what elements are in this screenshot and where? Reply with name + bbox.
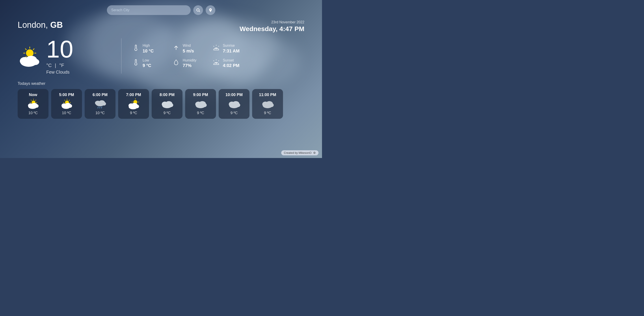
date-block: 23rd November 2022 Wednesday, 4:47 PM — [240, 20, 304, 32]
hour-card-7pm: 7:00 PM — [118, 89, 149, 119]
svg-point-81 — [269, 103, 274, 107]
stat-humidity: Humidity 77% — [172, 58, 200, 68]
search-button[interactable] — [193, 5, 203, 15]
hour-icon-6pm — [94, 100, 106, 109]
svg-line-6 — [25, 49, 26, 50]
hour-icon-now — [27, 100, 39, 109]
svg-line-1 — [199, 11, 200, 12]
svg-line-32 — [36, 100, 36, 100]
hour-icon-10pm — [228, 100, 240, 109]
hour-card-6pm: 6:00 PM 10 ºC — [85, 89, 116, 119]
location-button[interactable] — [206, 5, 215, 15]
svg-line-31 — [31, 100, 32, 100]
info-row: London, GB 23rd November 2022 Wednesday,… — [18, 20, 304, 32]
weather-icon-temp: 10 °C | °F Few Clouds — [18, 37, 110, 75]
svg-point-38 — [34, 104, 38, 108]
city-name: London, GB — [18, 20, 63, 30]
hour-icon-9pm — [195, 100, 206, 109]
svg-line-7 — [33, 49, 34, 50]
hour-card-8pm: 8:00 PM 9 ºC — [152, 89, 182, 119]
svg-point-10 — [26, 49, 34, 57]
svg-line-25 — [218, 60, 219, 61]
svg-point-73 — [202, 103, 207, 107]
hour-icon-11pm — [262, 100, 273, 109]
hour-icon-5pm — [61, 100, 72, 109]
svg-point-77 — [236, 103, 240, 107]
sunrise-icon — [213, 45, 220, 52]
date-top: 23rd November 2022 — [240, 20, 304, 24]
today-section: Todays weather Now — [18, 81, 304, 119]
svg-line-19 — [214, 46, 214, 46]
svg-point-53 — [102, 102, 106, 106]
humidity-icon — [172, 59, 180, 67]
svg-line-56 — [102, 107, 102, 108]
svg-point-65 — [135, 105, 139, 108]
stats-grid: High 10 °C Wind 5 m/s — [132, 44, 240, 68]
svg-line-20 — [218, 46, 219, 46]
thermometer-low-icon — [132, 59, 140, 67]
svg-line-54 — [98, 107, 98, 108]
hourly-row: Now — [18, 89, 304, 119]
weather-main: 10 °C | °F Few Clouds High — [18, 37, 304, 75]
stat-wind: Wind 5 m/s — [172, 44, 200, 54]
hour-card-now: Now — [18, 89, 48, 119]
svg-line-44 — [64, 100, 65, 100]
thermometer-high-icon — [132, 45, 140, 52]
temp-units: °C | °F — [46, 62, 73, 68]
stat-low: Low 9 °C — [132, 58, 159, 68]
hour-card-11pm: 11:00 PM 9 ºC — [252, 89, 283, 119]
svg-point-49 — [68, 104, 72, 108]
stat-sunset: Sunset 4:02 PM — [213, 58, 240, 68]
svg-point-69 — [169, 103, 173, 107]
weather-description: Few Clouds — [46, 70, 73, 75]
svg-line-55 — [100, 107, 100, 108]
location-icon — [208, 8, 213, 12]
date-main: Wednesday, 4:47 PM — [240, 25, 304, 32]
svg-point-14 — [31, 59, 39, 65]
temp-desc: 10 °C | °F Few Clouds — [46, 37, 73, 75]
today-label: Todays weather — [18, 81, 304, 86]
temperature: 10 — [46, 37, 73, 61]
hour-card-9pm: 9:00 PM 9 ºC — [185, 89, 216, 119]
divider — [121, 38, 122, 74]
hour-card-10pm: 10:00 PM 9 ºC — [219, 89, 250, 119]
svg-line-45 — [69, 100, 70, 100]
hour-card-5pm: 5:00 PM — [51, 89, 82, 119]
unit-fahrenheit[interactable]: °F — [59, 62, 64, 68]
search-input[interactable]: Serach City — [107, 5, 191, 15]
stat-sunrise: Sunrise 7:31 AM — [213, 44, 240, 54]
search-icon — [196, 8, 200, 12]
wind-icon — [172, 45, 180, 52]
svg-line-24 — [214, 60, 214, 61]
unit-celsius[interactable]: °C — [46, 62, 52, 68]
weather-icon — [18, 46, 42, 66]
hour-icon-8pm — [161, 100, 173, 109]
stat-high: High 10 °C — [132, 44, 159, 54]
search-row: Serach City — [18, 0, 304, 15]
hour-icon-7pm — [128, 100, 139, 109]
sunset-icon — [213, 59, 220, 67]
